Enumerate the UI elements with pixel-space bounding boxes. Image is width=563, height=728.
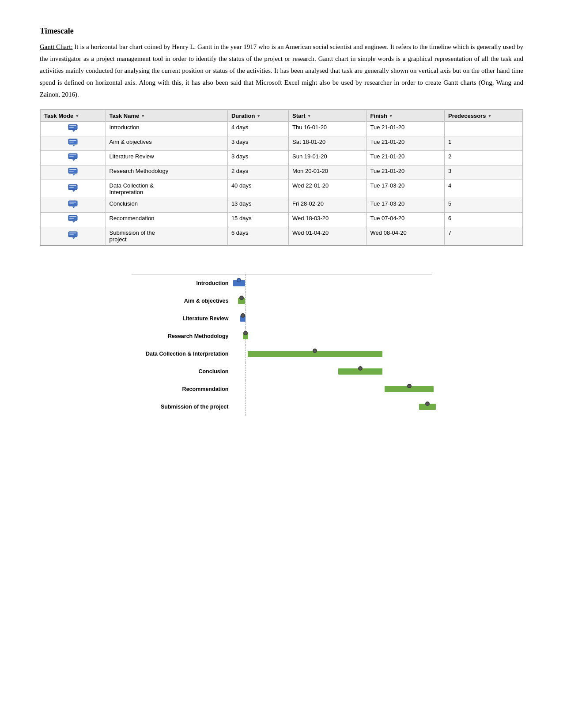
gantt-chart-diagram: IntroductionAim & objectivesLiterature R…: [40, 270, 523, 420]
task-mode-icon: [68, 168, 78, 177]
gantt-bar-area: [233, 310, 436, 327]
gantt-chart-row: Conclusion: [132, 363, 432, 380]
start-cell: Mon 20-01-20: [289, 165, 367, 180]
duration-cell: 3 days: [227, 151, 288, 165]
duration-cell: 4 days: [227, 122, 288, 136]
table-row: Literature Review 3 days Sun 19-01-20 Tu…: [41, 151, 523, 165]
table-row: Aim & objectives 3 days Sat 18-01-20 Tue…: [41, 136, 523, 151]
th-task-mode[interactable]: Task Mode ▼: [41, 110, 106, 122]
task-name-dropdown-icon[interactable]: ▼: [141, 114, 145, 118]
svg-marker-3: [72, 130, 75, 132]
finish-cell: Tue 21-01-20: [367, 136, 445, 151]
th-task-name[interactable]: Task Name ▼: [106, 110, 227, 122]
gantt-table-wrapper: Task Mode ▼ Task Name ▼ Duration ▼: [40, 109, 523, 246]
task-mode-cell: [41, 122, 106, 136]
start-dropdown-icon[interactable]: ▼: [307, 114, 311, 118]
predecessors-cell: 2: [445, 151, 523, 165]
svg-rect-29: [69, 233, 76, 233]
th-duration[interactable]: Duration ▼: [227, 110, 288, 122]
task-name-cell: Aim & objectives: [106, 136, 227, 151]
predecessors-cell: 3: [445, 165, 523, 180]
gantt-dashed-line: [245, 292, 246, 310]
svg-rect-5: [69, 140, 76, 141]
table-row: Submission of theproject 6 days Wed 01-0…: [41, 227, 523, 245]
gantt-bar-area: [233, 292, 436, 310]
task-mode-cell: [41, 136, 106, 151]
finish-cell: Wed 08-04-20: [367, 227, 445, 245]
svg-rect-17: [69, 185, 76, 186]
gantt-bar-area: [233, 380, 436, 398]
task-name-cell: Introduction: [106, 122, 227, 136]
finish-dropdown-icon[interactable]: ▼: [389, 114, 393, 118]
gantt-chart-row: Data Collection & Interpretation: [132, 345, 432, 363]
gantt-row-label: Data Collection & Interpretation: [132, 351, 233, 357]
gantt-bar-area: [233, 398, 436, 416]
task-mode-cell: [41, 198, 106, 213]
svg-marker-27: [72, 221, 75, 223]
svg-rect-22: [69, 203, 74, 204]
gantt-dot: [358, 366, 363, 371]
task-mode-cell: [41, 165, 106, 180]
gantt-chart-row: Introduction: [132, 274, 432, 292]
predecessors-cell: 6: [445, 213, 523, 227]
svg-rect-2: [69, 127, 74, 128]
section-title: Timescale: [40, 26, 523, 36]
finish-cell: Tue 17-03-20: [367, 180, 445, 198]
gantt-chart-row: Research Methodology: [132, 327, 432, 345]
task-mode-cell: [41, 180, 106, 198]
svg-rect-21: [69, 202, 76, 203]
gantt-row-label: Recommendation: [132, 386, 233, 392]
svg-rect-6: [69, 142, 74, 143]
task-mode-icon: [68, 139, 78, 148]
svg-rect-26: [69, 218, 74, 219]
predecessors-dropdown-icon[interactable]: ▼: [487, 114, 491, 118]
task-mode-cell: [41, 227, 106, 245]
gantt-dashed-line: [245, 380, 246, 398]
table-row: Conclusion 13 days Fri 28-02-20 Tue 17-0…: [41, 198, 523, 213]
gantt-chart-row: Recommendation: [132, 380, 432, 398]
task-mode-dropdown-icon[interactable]: ▼: [75, 114, 79, 118]
th-finish[interactable]: Finish ▼: [367, 110, 445, 122]
th-predecessors[interactable]: Predecessors ▼: [445, 110, 523, 122]
table-header-row: Task Mode ▼ Task Name ▼ Duration ▼: [41, 110, 523, 122]
task-mode-cell: [41, 151, 106, 165]
svg-rect-25: [69, 216, 76, 217]
gantt-row-label: Introduction: [132, 280, 233, 286]
task-mode-icon: [68, 184, 78, 194]
svg-marker-19: [72, 190, 75, 192]
start-cell: Sat 18-01-20: [289, 136, 367, 151]
table-row: Recommendation 15 days Wed 18-03-20 Tue …: [41, 213, 523, 227]
th-start[interactable]: Start ▼: [289, 110, 367, 122]
start-cell: Wed 18-03-20: [289, 213, 367, 227]
duration-cell: 2 days: [227, 165, 288, 180]
svg-marker-23: [72, 206, 75, 208]
svg-marker-15: [72, 174, 75, 176]
duration-cell: 3 days: [227, 136, 288, 151]
svg-rect-1: [69, 125, 76, 126]
finish-cell: Tue 17-03-20: [367, 198, 445, 213]
gantt-bar-area: [233, 363, 436, 380]
start-cell: Wed 22-01-20: [289, 180, 367, 198]
gantt-chart-container: IntroductionAim & objectivesLiterature R…: [132, 274, 432, 416]
table-row: Data Collection &Interpretation 40 days …: [41, 180, 523, 198]
gantt-bar-area: [233, 274, 436, 292]
gantt-row-label: Aim & objectives: [132, 298, 233, 304]
duration-dropdown-icon[interactable]: ▼: [257, 114, 261, 118]
predecessors-cell: 4: [445, 180, 523, 198]
start-cell: Thu 16-01-20: [289, 122, 367, 136]
svg-rect-13: [69, 169, 76, 170]
svg-marker-7: [72, 145, 75, 146]
predecessors-cell: 1: [445, 136, 523, 151]
gantt-bar-area: [233, 345, 436, 363]
gantt-dashed-line: [245, 363, 246, 380]
gantt-chart-link[interactable]: Gantt Chart:: [40, 43, 73, 50]
gantt-table: Task Mode ▼ Task Name ▼ Duration ▼: [40, 110, 523, 245]
predecessors-cell: 7: [445, 227, 523, 245]
task-mode-icon: [68, 231, 78, 241]
gantt-row-label: Conclusion: [132, 368, 233, 375]
predecessors-cell: [445, 122, 523, 136]
finish-cell: Tue 21-01-20: [367, 151, 445, 165]
gantt-dashed-line: [245, 345, 246, 363]
svg-marker-31: [72, 237, 75, 239]
gantt-dot: [243, 331, 248, 335]
